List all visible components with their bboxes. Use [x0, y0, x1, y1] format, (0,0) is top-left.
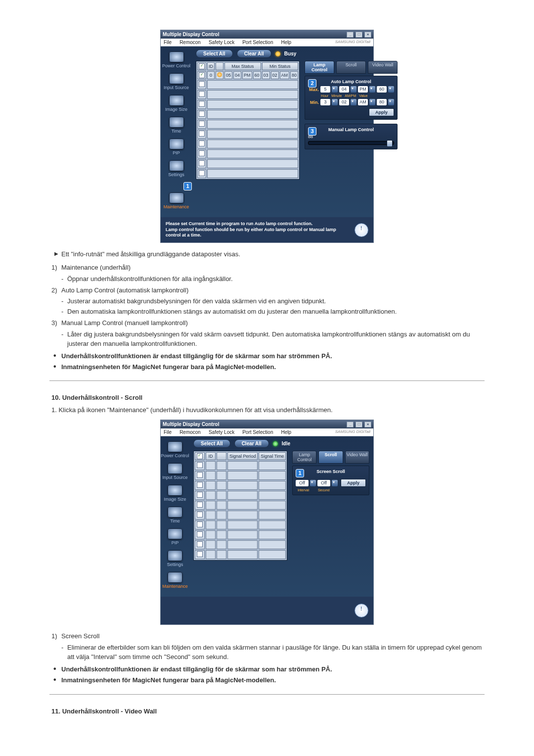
- sidebar-item-power-control[interactable]: Power Control: [161, 441, 189, 458]
- menu-safety-lock[interactable]: Safety Lock: [209, 429, 234, 435]
- menu-help[interactable]: Help: [281, 40, 291, 45]
- table-row[interactable]: [197, 90, 298, 99]
- chevron-down-icon[interactable]: [332, 86, 338, 93]
- min-hour-select[interactable]: 3: [320, 99, 330, 105]
- table-row[interactable]: [195, 481, 286, 490]
- chevron-down-icon[interactable]: [351, 99, 356, 105]
- max-ampm-select[interactable]: PM: [358, 86, 368, 93]
- row-checkbox[interactable]: [199, 131, 205, 137]
- chevron-down-icon[interactable]: [332, 99, 338, 105]
- menu-port-selection[interactable]: Port Selection: [242, 429, 273, 435]
- table-row[interactable]: [197, 120, 298, 129]
- minimize-button[interactable]: _: [347, 422, 354, 427]
- tab-video-wall[interactable]: Video Wall: [345, 451, 369, 464]
- table-row[interactable]: [197, 169, 298, 178]
- menu-safety-lock[interactable]: Safety Lock: [209, 40, 234, 45]
- table-row[interactable]: [195, 540, 286, 549]
- row-checkbox[interactable]: [197, 502, 203, 508]
- table-row[interactable]: [195, 461, 286, 470]
- sidebar-item-power-control[interactable]: Power Control: [161, 51, 192, 68]
- max-minute-select[interactable]: 04: [339, 86, 349, 93]
- menu-port-selection[interactable]: Port Selection: [242, 40, 273, 45]
- max-hour-select[interactable]: 5: [320, 86, 330, 93]
- row-checkbox[interactable]: [199, 150, 205, 156]
- menu-remocon[interactable]: Remocon: [179, 40, 201, 45]
- table-row[interactable]: [195, 520, 286, 529]
- sidebar-item-time[interactable]: Time: [161, 117, 192, 134]
- tab-lamp-control[interactable]: Lamp Control: [292, 451, 316, 464]
- row-checkbox[interactable]: [197, 551, 203, 557]
- row-checkbox[interactable]: [197, 472, 203, 478]
- sidebar-item-settings[interactable]: Settings: [161, 550, 189, 567]
- row-checkbox[interactable]: [197, 492, 203, 498]
- sidebar-item-settings[interactable]: Settings: [161, 160, 192, 177]
- row-checkbox[interactable]: [199, 160, 205, 166]
- chevron-down-icon[interactable]: [332, 480, 338, 486]
- close-button[interactable]: ×: [364, 32, 371, 38]
- header-checkbox[interactable]: [197, 453, 203, 459]
- apply-auto-button[interactable]: Apply: [369, 108, 394, 116]
- row-checkbox[interactable]: [197, 462, 203, 468]
- row-checkbox[interactable]: [199, 170, 205, 176]
- menu-help[interactable]: Help: [281, 429, 291, 435]
- table-row[interactable]: [195, 491, 286, 500]
- table-row[interactable]: [197, 140, 298, 148]
- interval-select[interactable]: Off: [296, 480, 309, 486]
- maximize-button[interactable]: □: [356, 32, 362, 38]
- sidebar-item-input-source[interactable]: Input Source: [161, 463, 189, 480]
- menu-remocon[interactable]: Remocon: [179, 429, 201, 435]
- row-checkbox[interactable]: [199, 121, 205, 127]
- min-minute-select[interactable]: 02: [339, 99, 349, 105]
- table-row[interactable]: [197, 110, 298, 119]
- minimize-button[interactable]: _: [347, 32, 354, 38]
- row-checkbox[interactable]: [199, 141, 205, 146]
- row-checkbox[interactable]: [197, 531, 203, 537]
- select-all-button[interactable]: Select All: [196, 49, 233, 58]
- second-select[interactable]: Off: [317, 480, 330, 486]
- table-row[interactable]: [195, 501, 286, 510]
- clear-all-button[interactable]: Clear All: [234, 439, 269, 448]
- manual-lamp-slider[interactable]: [308, 141, 394, 145]
- table-row[interactable]: [197, 80, 298, 89]
- sidebar-item-maintenance[interactable]: Maintenance: [161, 572, 189, 589]
- sidebar-item-pip[interactable]: PIP: [161, 139, 192, 155]
- sidebar-item-image-size[interactable]: Image Size: [161, 485, 189, 502]
- max-value-select[interactable]: 60: [377, 86, 387, 93]
- select-all-button[interactable]: Select All: [193, 439, 230, 448]
- chevron-down-icon[interactable]: [310, 480, 316, 486]
- header-checkbox[interactable]: [199, 63, 205, 69]
- slider-thumb[interactable]: [387, 140, 393, 147]
- min-ampm-select[interactable]: AM: [358, 99, 368, 105]
- row-checkbox[interactable]: [197, 521, 203, 527]
- chevron-down-icon[interactable]: [369, 86, 375, 93]
- sidebar-item-maintenance[interactable]: Maintenance: [161, 192, 192, 209]
- chevron-down-icon[interactable]: [388, 86, 394, 93]
- close-button[interactable]: ×: [364, 422, 371, 427]
- chevron-down-icon[interactable]: [388, 99, 394, 105]
- row-checkbox[interactable]: [197, 512, 203, 518]
- tab-scroll[interactable]: Scroll: [318, 451, 343, 464]
- chevron-down-icon[interactable]: [351, 86, 356, 93]
- row-checkbox[interactable]: [199, 81, 205, 87]
- sidebar-item-time[interactable]: Time: [161, 507, 189, 523]
- apply-scroll-button[interactable]: Apply: [341, 479, 366, 487]
- sidebar-item-pip[interactable]: PIP: [161, 528, 189, 545]
- row-checkbox[interactable]: [199, 91, 205, 97]
- row-checkbox[interactable]: [197, 541, 203, 547]
- maximize-button[interactable]: □: [356, 422, 362, 427]
- row-checkbox[interactable]: [199, 72, 205, 78]
- sidebar-item-image-size[interactable]: Image Size: [161, 95, 192, 112]
- table-row[interactable]: [197, 100, 298, 109]
- sidebar-item-input-source[interactable]: Input Source: [161, 73, 192, 90]
- row-checkbox[interactable]: [199, 101, 205, 107]
- row-checkbox[interactable]: [199, 111, 205, 117]
- tab-video-wall[interactable]: Video Wall: [368, 61, 398, 74]
- menu-file[interactable]: File: [164, 429, 172, 435]
- table-row[interactable]: 0 05 04 PM 60 03 02 AM 80: [197, 71, 298, 79]
- chevron-down-icon[interactable]: [369, 99, 375, 105]
- clear-all-button[interactable]: Clear All: [237, 49, 271, 58]
- table-row[interactable]: [195, 530, 286, 539]
- tab-lamp-control[interactable]: Lamp Control: [305, 61, 334, 74]
- table-row[interactable]: [195, 511, 286, 520]
- menu-file[interactable]: File: [164, 40, 172, 45]
